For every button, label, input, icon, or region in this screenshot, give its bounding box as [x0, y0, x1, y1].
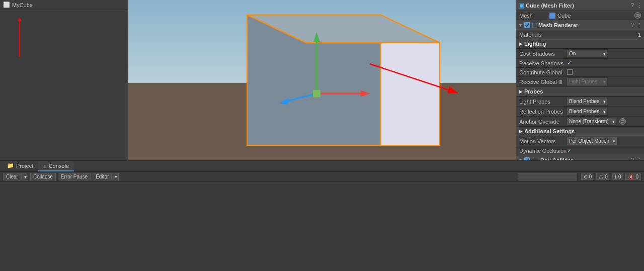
editor-btn-group: Editor ▾ — [93, 173, 119, 180]
cast-shadows-dropdown[interactable]: On — [567, 50, 607, 57]
reflection-probes-label: Reflection Probes — [519, 109, 567, 115]
mesh-renderer-settings-icon[interactable]: ⋮ — [637, 22, 642, 28]
cube-icon: ⬜ — [3, 2, 10, 8]
receive-global-dropdown[interactable]: Light Probes — [567, 78, 607, 85]
hierarchy-panel: ⬜ MyCube — [0, 0, 128, 160]
mesh-value-text: Cube — [557, 13, 571, 19]
mesh-renderer-checkbox[interactable] — [524, 22, 530, 28]
probes-section[interactable]: ▶ Probes — [516, 87, 644, 97]
motion-vectors-row: Motion Vectors Per Object Motion — [516, 136, 644, 146]
motion-vectors-dropdown[interactable]: Per Object Motion — [567, 137, 617, 145]
lighting-label: Lighting — [524, 41, 546, 47]
clear-button[interactable]: Clear — [3, 173, 21, 180]
inspector-panel: ▣ Cube (Mesh Filter) ? ⋮ Mesh Cube ◎ ▼ ⬚… — [516, 0, 644, 160]
mesh-renderer-icon: ⬚ — [532, 22, 537, 28]
clear-btn-group: Clear ▾ — [3, 173, 28, 180]
contribute-global-row: Contribute Global — [516, 68, 644, 77]
anchor-override-dropdown-text: None (Transform) — [569, 119, 609, 124]
contribute-global-checkbox[interactable] — [567, 69, 573, 75]
clear-dropdown-btn[interactable]: ▾ — [21, 173, 28, 180]
light-probes-dropdown[interactable]: Blend Probes — [567, 98, 607, 105]
mesh-select-btn[interactable]: ◎ — [634, 12, 641, 19]
counter-badge-0: ⊝ 0 — [581, 173, 595, 180]
counter-value-1: 0 — [605, 174, 608, 179]
mesh-filter-question-icon[interactable]: ? — [631, 3, 634, 8]
anchor-override-select-btn[interactable]: ◎ — [619, 118, 626, 125]
scene-svg — [128, 0, 516, 160]
error-pause-button[interactable]: Error Pause — [58, 173, 91, 180]
counter-icon-0: ⊝ — [584, 174, 588, 179]
receive-shadows-value: ✓ — [567, 60, 641, 66]
receive-shadows-row: Receive Shadows ✓ — [516, 59, 644, 68]
scene-view[interactable]: Persp — [128, 0, 516, 160]
mesh-filter-settings-icon[interactable]: ⋮ — [637, 3, 642, 8]
contribute-global-label: Contribute Global — [519, 69, 567, 75]
receive-global-label: Receive Global Ill — [519, 79, 567, 85]
mesh-renderer-expand[interactable]: ▼ — [518, 23, 523, 28]
red-arrow-head — [18, 18, 22, 21]
dynamic-occlusion-checkmark: ✓ — [567, 147, 572, 154]
light-probes-row: Light Probes Blend Probes — [516, 97, 644, 107]
counter-badge-2: ℹ 0 — [612, 173, 624, 180]
materials-label: Materials — [519, 32, 567, 38]
receive-shadows-label: Receive Shadows — [519, 60, 567, 66]
light-probes-label: Light Probes — [519, 99, 567, 105]
mesh-renderer-title: Mesh Renderer — [538, 22, 630, 28]
lighting-section[interactable]: ▶ Lighting — [516, 39, 644, 49]
reflection-probes-value: Blend Probes — [567, 108, 641, 115]
reflection-probes-dropdown[interactable]: Blend Probes — [567, 108, 607, 115]
anchor-override-dropdown[interactable]: None (Transform) — [567, 118, 616, 125]
mesh-row: Mesh Cube ◎ — [516, 11, 644, 20]
counter-badge-3: 🔇 0 — [625, 173, 641, 180]
materials-count: 1 — [638, 32, 641, 38]
additional-settings-label: Additional Settings — [524, 128, 575, 134]
additional-settings-section[interactable]: ▶ Additional Settings — [516, 127, 644, 136]
counter-value-0: 0 — [589, 174, 592, 179]
reflection-probes-dropdown-text: Blend Probes — [569, 109, 599, 114]
counter-icon-3: 🔇 — [628, 174, 634, 179]
motion-vectors-value: Per Object Motion — [567, 137, 641, 145]
console-tab-icon: ≡ — [43, 163, 46, 169]
mesh-renderer-question-icon[interactable]: ? — [631, 22, 634, 28]
materials-row: Materials 1 — [516, 30, 644, 39]
cast-shadows-dropdown-text: On — [569, 51, 576, 56]
hierarchy-object-name: MyCube — [12, 2, 33, 8]
motion-vectors-dropdown-text: Per Object Motion — [569, 138, 609, 144]
tab-console[interactable]: ≡ Console — [38, 161, 74, 171]
anchor-override-value: None (Transform) ◎ — [567, 118, 641, 125]
hierarchy-header: ⬜ MyCube — [0, 0, 128, 10]
lighting-expand-icon: ▶ — [519, 42, 522, 46]
mesh-filter-title: Cube (Mesh Filter) — [526, 3, 629, 9]
materials-value: 1 — [567, 32, 641, 38]
counter-value-2: 0 — [618, 174, 621, 179]
probes-label: Probes — [524, 88, 543, 95]
dynamic-occlusion-value: ✓ — [567, 147, 641, 154]
light-probes-value: Blend Probes — [567, 98, 641, 105]
additional-settings-expand-icon: ▶ — [519, 129, 522, 134]
editor-button[interactable]: Editor — [93, 173, 112, 180]
probes-expand-icon: ▶ — [519, 89, 522, 94]
cast-shadows-label: Cast Shadows — [519, 51, 567, 57]
editor-dropdown-btn[interactable]: ▾ — [112, 173, 119, 180]
project-tab-icon: 📁 — [7, 162, 14, 169]
bottom-panel: 📁 Project ≡ Console Clear ▾ Collapse Err… — [0, 160, 644, 271]
cast-shadows-value: On — [567, 50, 641, 57]
contribute-global-value — [567, 69, 641, 75]
receive-shadows-checkmark: ✓ — [567, 60, 572, 66]
motion-vectors-label: Motion Vectors — [519, 138, 567, 144]
mesh-renderer-header: ▼ ⬚ Mesh Renderer ? ⋮ — [516, 20, 644, 30]
console-tab-label: Console — [49, 163, 69, 169]
mesh-value-icon — [549, 13, 555, 19]
mesh-filter-icon: ▣ — [518, 2, 524, 9]
dynamic-occlusion-row: Dynamic Occlusion ✓ — [516, 146, 644, 155]
light-probes-dropdown-text: Blend Probes — [569, 99, 599, 104]
tab-project[interactable]: 📁 Project — [2, 161, 38, 171]
mesh-renderer-toggle — [524, 22, 530, 28]
mesh-label: Mesh — [519, 13, 549, 19]
collapse-button[interactable]: Collapse — [30, 173, 56, 180]
mesh-value: Cube — [549, 13, 634, 19]
reflection-probes-row: Reflection Probes Blend Probes — [516, 107, 644, 117]
console-search-input[interactable] — [517, 173, 577, 180]
dynamic-occlusion-label: Dynamic Occlusion — [519, 148, 567, 154]
counter-badge-1: ⚠ 0 — [596, 173, 610, 180]
